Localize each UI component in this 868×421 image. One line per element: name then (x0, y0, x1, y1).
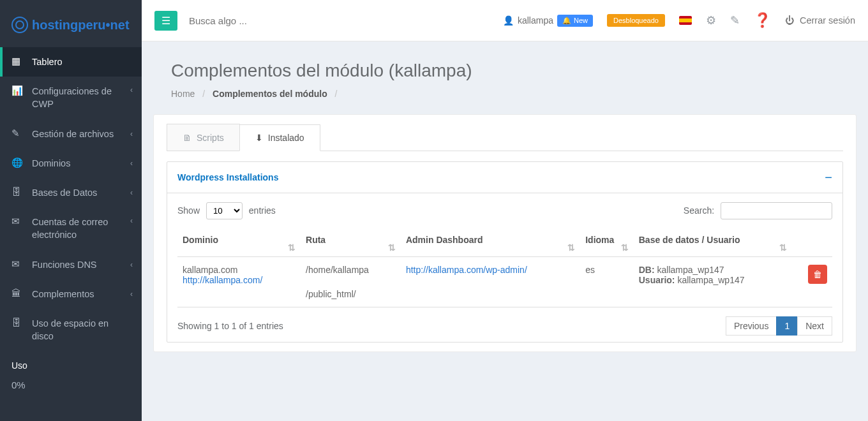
content-card: 🗎 Scripts ⬇ Instalado Wordpress Installa… (153, 114, 857, 352)
crumb-sep: / (202, 89, 205, 99)
th-0[interactable]: Dominio⇅ (177, 228, 301, 257)
user-label: Usuario: (639, 275, 675, 285)
tab-installed[interactable]: ⬇ Instalado (239, 124, 320, 151)
chevron-left-icon: ‹ (130, 129, 133, 138)
table-info: Showing 1 to 1 of 1 entries (177, 321, 283, 331)
db-value: kallampa_wp147 (657, 265, 724, 275)
user-value: kallampa_wp147 (677, 275, 744, 285)
sidebar-item-label: Uso de espacio en disco (32, 318, 130, 343)
username-label: kallampa (518, 15, 553, 26)
chevron-left-icon: ‹ (130, 260, 133, 269)
tab-bar: 🗎 Scripts ⬇ Instalado (167, 124, 843, 151)
brand-logo: hostingperu•net (0, 0, 142, 47)
flag-es-icon[interactable] (679, 16, 692, 25)
settings-icon[interactable]: ⚙ (706, 13, 716, 27)
tab-scripts-label: Scripts (197, 133, 224, 143)
sidebar-item-label: Bases de Datos (32, 188, 97, 198)
logout-button[interactable]: ⏻ Cerrar sesión (785, 15, 855, 26)
installs-table: Dominio⇅Ruta⇅Admin Dashboard⇅Idioma⇅Base… (177, 228, 832, 307)
cell-domain: kallampa.com (183, 265, 296, 275)
length-control: Show 102550100 entries (177, 202, 276, 219)
entries-label: entries (249, 205, 276, 216)
usage-value: 0% (0, 380, 142, 399)
sidebar-item-0[interactable]: ▦Tablero (0, 47, 142, 77)
db-icon: 🗄 (11, 318, 23, 329)
th-3[interactable]: Idioma⇅ (580, 228, 634, 257)
page-1[interactable]: 1 (776, 316, 798, 336)
tab-scripts[interactable]: 🗎 Scripts (167, 124, 240, 151)
mail-icon: ✉ (11, 259, 23, 270)
sidebar-item-4[interactable]: 🗄Bases de Datos‹ (0, 178, 142, 207)
collapse-icon[interactable]: − (825, 171, 832, 184)
search-label: Search: (684, 205, 714, 216)
breadcrumb: Home / Complementos del módulo / (171, 89, 839, 99)
db-icon: 🗄 (11, 187, 23, 198)
sidebar-item-label: Gestión de archivos (32, 129, 114, 139)
globe-icon: 🌐 (11, 158, 23, 169)
sidebar-nav: ▦Tablero📊Configuraciones de CWP‹✎Gestión… (0, 47, 142, 351)
dashboard-icon: ▦ (11, 56, 23, 68)
download-icon: ⬇ (255, 133, 263, 143)
user-icon: 👤 (503, 15, 514, 26)
unlocked-badge[interactable]: Desbloqueado (607, 14, 665, 27)
chart-icon: 📊 (11, 85, 23, 97)
plugin-icon: 🏛 (11, 288, 23, 300)
cell-path-1: /home/kallampa (306, 265, 396, 275)
brush-icon[interactable]: ✎ (730, 13, 740, 27)
bars-icon: ☰ (161, 15, 170, 27)
sidebar-item-label: Dominios (32, 158, 70, 168)
script-icon: 🗎 (183, 133, 191, 143)
sort-icon: ⇅ (388, 242, 396, 253)
sidebar-item-5[interactable]: ✉Cuentas de correo electrónico‹ (0, 207, 142, 250)
bell-icon: 🔔 (562, 17, 571, 25)
crumb-home[interactable]: Home (171, 89, 195, 99)
crumb-sep: / (335, 89, 338, 99)
sidebar-item-label: Tablero (32, 57, 63, 67)
sort-icon: ⇅ (288, 242, 296, 253)
sidebar-item-6[interactable]: ✉Funciones DNS‹ (0, 250, 142, 279)
sidebar-toggle-button[interactable]: ☰ (154, 11, 177, 31)
sidebar-item-3[interactable]: 🌐Dominios‹ (0, 149, 142, 178)
th-1[interactable]: Ruta⇅ (301, 228, 401, 257)
wp-panel: Wordpress Installations − Show 102550100… (167, 161, 843, 343)
sidebar-item-label: Cuentas de correo electrónico (32, 216, 130, 241)
domain-link[interactable]: http://kallampa.com/ (183, 275, 262, 285)
help-icon[interactable]: ❓ (754, 12, 771, 29)
user-chip[interactable]: 👤 kallampa 🔔 New (503, 15, 593, 27)
th-5 (792, 228, 832, 257)
pagination: Previous 1 Next (726, 316, 832, 336)
sidebar-item-2[interactable]: ✎Gestión de archivos‹ (0, 119, 142, 149)
chevron-left-icon: ‹ (130, 216, 133, 225)
chevron-left-icon: ‹ (130, 290, 133, 299)
sidebar-item-7[interactable]: 🏛Complementos‹ (0, 279, 142, 309)
usage-heading: Uso (0, 351, 142, 380)
sidebar: hostingperu•net ▦Tablero📊Configuraciones… (0, 0, 142, 421)
sidebar-item-label: Complementos (32, 289, 94, 299)
chevron-left-icon: ‹ (130, 159, 133, 168)
sort-icon: ⇅ (779, 242, 787, 253)
top-navbar: ☰ 👤 kallampa 🔔 New Desbloqueado ⚙ ✎ ❓ (142, 0, 868, 41)
delete-button[interactable]: 🗑 (808, 265, 827, 284)
mail-icon: ✉ (11, 216, 23, 228)
sidebar-item-1[interactable]: 📊Configuraciones de CWP‹ (0, 77, 142, 119)
global-search-input[interactable] (189, 15, 355, 26)
sidebar-item-label: Funciones DNS (32, 260, 97, 270)
sort-icon: ⇅ (621, 242, 629, 253)
sidebar-item-8[interactable]: 🗄Uso de espacio en disco (0, 309, 142, 351)
page-prev[interactable]: Previous (726, 316, 777, 336)
th-2[interactable]: Admin Dashboard⇅ (401, 228, 580, 257)
chevron-left-icon: ‹ (130, 188, 133, 197)
page-header: Complementos del módulo (kallampa) Home … (142, 41, 868, 108)
admin-dashboard-link[interactable]: http://kallampa.com/wp-admin/ (406, 265, 527, 275)
brand-text: hostingperu•net (32, 18, 130, 33)
search-control: Search: (684, 202, 832, 219)
th-4[interactable]: Base de datos / Usuario⇅ (634, 228, 792, 257)
entries-select[interactable]: 102550100 (206, 202, 243, 219)
brand-mark-icon (11, 17, 28, 33)
new-badge: 🔔 New (557, 15, 593, 27)
panel-title[interactable]: Wordpress Installations (177, 172, 278, 182)
page-next[interactable]: Next (797, 316, 832, 336)
show-label: Show (177, 205, 200, 216)
table-search-input[interactable] (721, 202, 832, 219)
edit-icon: ✎ (11, 128, 23, 140)
